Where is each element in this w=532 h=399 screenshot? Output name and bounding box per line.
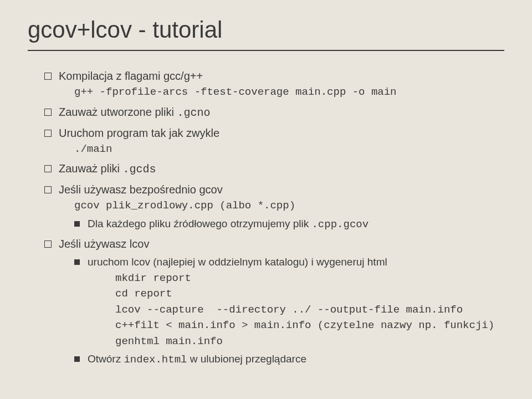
- code-line: ./main: [59, 141, 504, 157]
- item-text: Kompilacja z flagami gcc/g++: [59, 70, 203, 82]
- inline-code: .cpp.gcov: [311, 218, 369, 231]
- list-item: Jeśli używasz lcov uruchom lcov (najlepi…: [44, 236, 504, 368]
- bullet-list: Kompilacja z flagami gcc/g++ g++ -fprofi…: [28, 68, 504, 368]
- inline-code: index.html: [124, 354, 187, 366]
- sub-list: Dla każdego pliku źródłowego otrzymujemy…: [59, 216, 504, 233]
- slide-title: gcov+lcov - tutorial: [28, 17, 504, 51]
- item-text: uruchom lcov (najlepiej w oddzielnym kat…: [88, 256, 387, 268]
- sub-list-item: Dla każdego pliku źródłowego otrzymujemy…: [74, 216, 504, 233]
- sub-list-item: uruchom lcov (najlepiej w oddzielnym kat…: [74, 254, 504, 349]
- inline-code: .gcno: [177, 106, 210, 119]
- item-text: Jeśli używasz lcov: [59, 238, 149, 250]
- item-text: Otwórz: [88, 353, 124, 365]
- sub-list: uruchom lcov (najlepiej w oddzielnym kat…: [59, 254, 504, 368]
- code-line: g++ -fprofile-arcs -ftest-coverage main.…: [59, 84, 504, 100]
- item-text: w ulubionej przeglądarce: [187, 353, 306, 365]
- sub-list-item: Otwórz index.html w ulubionej przeglądar…: [74, 351, 504, 368]
- item-text: Zauważ utworzone pliki: [59, 106, 177, 118]
- list-item: Kompilacja z flagami gcc/g++ g++ -fprofi…: [44, 68, 504, 100]
- list-item: Zauważ pliki .gcds: [44, 160, 504, 178]
- list-item: Uruchom program tak jak zwykle ./main: [44, 125, 504, 157]
- item-text: Zauważ pliki: [59, 162, 123, 175]
- code-block: mkdir report cd report lcov --capture --…: [88, 270, 504, 350]
- list-item: Zauważ utworzone pliki .gcno: [44, 104, 504, 121]
- item-text: Uruchom program tak jak zwykle: [59, 127, 219, 139]
- code-line: gcov plik_zrodlowy.cpp (albo *.cpp): [59, 198, 504, 214]
- inline-code: .gcds: [123, 163, 156, 176]
- list-item: Jeśli używasz bezpośrednio gcov gcov pli…: [44, 181, 504, 232]
- item-text: Jeśli używasz bezpośrednio gcov: [59, 183, 223, 196]
- item-text: Dla każdego pliku źródłowego otrzymujemy…: [88, 218, 311, 229]
